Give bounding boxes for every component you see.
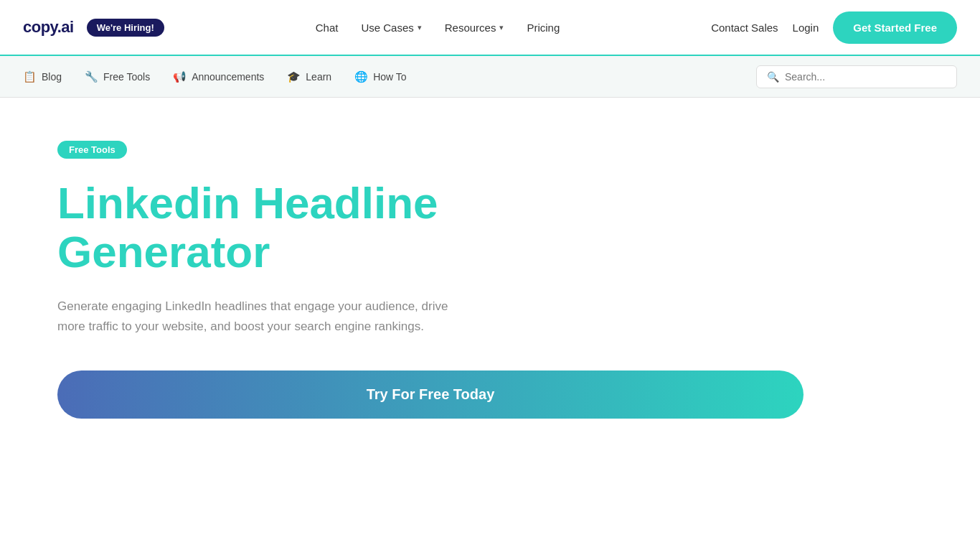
nav-left: copy.ai We're Hiring! <box>23 18 164 37</box>
search-icon: 🔍 <box>767 71 779 83</box>
chevron-down-icon: ▾ <box>418 23 422 32</box>
blog-icon: 📋 <box>23 70 37 83</box>
sub-nav-learn[interactable]: 🎓 Learn <box>287 70 331 83</box>
nav-center: Chat Use Cases ▾ Resources ▾ Pricing <box>316 22 560 34</box>
try-free-button[interactable]: Try For Free Today <box>57 370 804 419</box>
nav-resources[interactable]: Resources ▾ <box>445 22 504 34</box>
sub-nav-links: 📋 Blog 🔧 Free Tools 📢 Announcements 🎓 Le… <box>23 70 756 83</box>
sub-nav-blog[interactable]: 📋 Blog <box>23 70 62 83</box>
nav-right: Contact Sales Login Get Started Free <box>711 11 957 44</box>
tools-icon: 🔧 <box>85 70 98 83</box>
sub-nav-announcements[interactable]: 📢 Announcements <box>173 70 264 83</box>
nav-chat[interactable]: Chat <box>316 22 339 34</box>
get-started-button[interactable]: Get Started Free <box>833 11 957 44</box>
announcements-icon: 📢 <box>173 70 187 83</box>
hero-description: Generate engaging LinkedIn headlines tha… <box>57 297 473 335</box>
sub-nav-free-tools[interactable]: 🔧 Free Tools <box>85 70 150 83</box>
logo[interactable]: copy.ai <box>23 18 74 37</box>
login-button[interactable]: Login <box>793 22 819 34</box>
how-to-icon: 🌐 <box>354 70 368 83</box>
search-input[interactable] <box>785 71 946 83</box>
nav-pricing[interactable]: Pricing <box>527 22 560 34</box>
free-tools-badge[interactable]: Free Tools <box>57 141 127 159</box>
sub-nav-how-to[interactable]: 🌐 How To <box>354 70 406 83</box>
top-navigation: copy.ai We're Hiring! Chat Use Cases ▾ R… <box>0 0 980 56</box>
learn-icon: 🎓 <box>287 70 301 83</box>
hero-section: Free Tools Linkedin Headline Generator G… <box>0 98 646 476</box>
contact-sales-link[interactable]: Contact Sales <box>711 22 778 34</box>
chevron-down-icon: ▾ <box>499 23 504 32</box>
hero-title: Linkedin Headline Generator <box>57 179 623 276</box>
hiring-badge[interactable]: We're Hiring! <box>87 19 164 37</box>
nav-use-cases[interactable]: Use Cases ▾ <box>361 22 421 34</box>
sub-navigation: 📋 Blog 🔧 Free Tools 📢 Announcements 🎓 Le… <box>0 56 980 98</box>
search-box[interactable]: 🔍 <box>756 65 957 88</box>
